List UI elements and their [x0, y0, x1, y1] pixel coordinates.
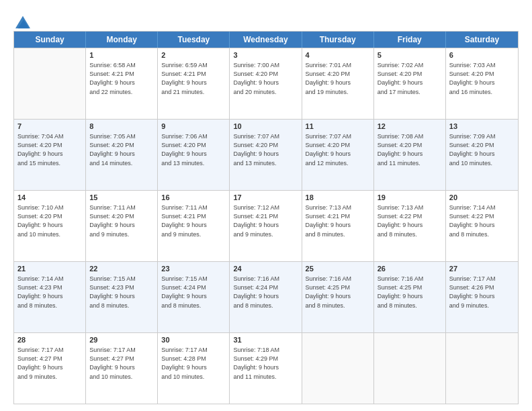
- day-number: 30: [161, 335, 226, 345]
- day-cell-13: 13Sunrise: 7:09 AM Sunset: 4:20 PM Dayli…: [446, 120, 518, 190]
- day-info: Sunrise: 7:18 AM Sunset: 4:29 PM Dayligh…: [233, 346, 298, 381]
- day-number: 31: [233, 335, 298, 345]
- day-info: Sunrise: 7:13 AM Sunset: 4:22 PM Dayligh…: [378, 203, 442, 238]
- calendar-row-1: 1Sunrise: 6:58 AM Sunset: 4:21 PM Daylig…: [14, 48, 518, 119]
- day-number: 19: [378, 193, 442, 203]
- day-cell-3: 3Sunrise: 7:00 AM Sunset: 4:20 PM Daylig…: [230, 48, 302, 119]
- day-number: 17: [233, 193, 298, 203]
- day-cell-14: 14Sunrise: 7:10 AM Sunset: 4:20 PM Dayli…: [14, 191, 86, 261]
- day-number: 2: [161, 50, 226, 60]
- day-info: Sunrise: 7:07 AM Sunset: 4:20 PM Dayligh…: [233, 132, 298, 167]
- day-info: Sunrise: 7:17 AM Sunset: 4:27 PM Dayligh…: [89, 346, 154, 381]
- day-number: 3: [233, 50, 298, 60]
- day-cell-30: 30Sunrise: 7:17 AM Sunset: 4:28 PM Dayli…: [158, 333, 230, 404]
- day-info: Sunrise: 7:06 AM Sunset: 4:20 PM Dayligh…: [161, 132, 226, 167]
- day-number: 25: [306, 264, 370, 274]
- calendar-row-2: 7Sunrise: 7:04 AM Sunset: 4:20 PM Daylig…: [14, 119, 518, 190]
- day-number: 27: [449, 264, 515, 274]
- day-info: Sunrise: 6:59 AM Sunset: 4:21 PM Dayligh…: [161, 61, 226, 96]
- page: SundayMondayTuesdayWednesdayThursdayFrid…: [0, 0, 532, 411]
- day-number: 6: [449, 50, 515, 60]
- day-info: Sunrise: 7:00 AM Sunset: 4:20 PM Dayligh…: [233, 61, 298, 96]
- day-info: Sunrise: 7:16 AM Sunset: 4:25 PM Dayligh…: [378, 275, 442, 310]
- day-number: 22: [89, 264, 154, 274]
- day-info: Sunrise: 7:03 AM Sunset: 4:20 PM Dayligh…: [449, 61, 515, 96]
- day-cell-1: 1Sunrise: 6:58 AM Sunset: 4:21 PM Daylig…: [86, 48, 158, 119]
- day-cell-12: 12Sunrise: 7:08 AM Sunset: 4:20 PM Dayli…: [374, 120, 446, 190]
- day-info: Sunrise: 7:17 AM Sunset: 4:28 PM Dayligh…: [161, 346, 226, 381]
- empty-cell: [14, 48, 86, 119]
- day-number: 10: [233, 122, 298, 132]
- day-cell-25: 25Sunrise: 7:16 AM Sunset: 4:25 PM Dayli…: [302, 262, 374, 332]
- day-cell-22: 22Sunrise: 7:15 AM Sunset: 4:23 PM Dayli…: [86, 262, 158, 332]
- day-number: 7: [17, 122, 82, 132]
- day-info: Sunrise: 7:09 AM Sunset: 4:20 PM Dayligh…: [449, 132, 515, 167]
- day-cell-23: 23Sunrise: 7:15 AM Sunset: 4:24 PM Dayli…: [158, 262, 230, 332]
- day-info: Sunrise: 7:16 AM Sunset: 4:24 PM Dayligh…: [233, 275, 298, 310]
- header-day-tuesday: Tuesday: [158, 32, 230, 48]
- day-info: Sunrise: 7:15 AM Sunset: 4:23 PM Dayligh…: [89, 275, 154, 310]
- day-info: Sunrise: 7:13 AM Sunset: 4:21 PM Dayligh…: [306, 203, 370, 238]
- day-number: 21: [17, 264, 82, 274]
- header-day-sunday: Sunday: [14, 32, 86, 48]
- day-number: 23: [161, 264, 226, 274]
- day-info: Sunrise: 7:01 AM Sunset: 4:20 PM Dayligh…: [306, 61, 370, 96]
- day-info: Sunrise: 7:05 AM Sunset: 4:20 PM Dayligh…: [89, 132, 154, 167]
- day-number: 8: [89, 122, 154, 132]
- calendar-row-3: 14Sunrise: 7:10 AM Sunset: 4:20 PM Dayli…: [14, 190, 518, 261]
- day-info: Sunrise: 7:07 AM Sunset: 4:20 PM Dayligh…: [306, 132, 370, 167]
- day-cell-19: 19Sunrise: 7:13 AM Sunset: 4:22 PM Dayli…: [374, 191, 446, 261]
- day-number: 1: [89, 50, 154, 60]
- day-cell-28: 28Sunrise: 7:17 AM Sunset: 4:27 PM Dayli…: [14, 333, 86, 404]
- day-cell-6: 6Sunrise: 7:03 AM Sunset: 4:20 PM Daylig…: [446, 48, 518, 119]
- header: [13, 12, 519, 27]
- day-info: Sunrise: 7:11 AM Sunset: 4:21 PM Dayligh…: [161, 203, 226, 238]
- day-info: Sunrise: 7:16 AM Sunset: 4:25 PM Dayligh…: [306, 275, 370, 310]
- day-number: 18: [306, 193, 370, 203]
- day-number: 26: [378, 264, 442, 274]
- day-cell-7: 7Sunrise: 7:04 AM Sunset: 4:20 PM Daylig…: [14, 120, 86, 190]
- day-cell-2: 2Sunrise: 6:59 AM Sunset: 4:21 PM Daylig…: [158, 48, 230, 119]
- day-cell-26: 26Sunrise: 7:16 AM Sunset: 4:25 PM Dayli…: [374, 262, 446, 332]
- day-number: 29: [89, 335, 154, 345]
- day-number: 24: [233, 264, 298, 274]
- day-number: 14: [17, 193, 82, 203]
- day-number: 15: [89, 193, 154, 203]
- day-number: 4: [306, 50, 370, 60]
- empty-cell: [446, 333, 518, 404]
- header-day-saturday: Saturday: [446, 32, 518, 48]
- day-info: Sunrise: 6:58 AM Sunset: 4:21 PM Dayligh…: [89, 61, 154, 96]
- day-info: Sunrise: 7:02 AM Sunset: 4:20 PM Dayligh…: [378, 61, 442, 96]
- day-cell-15: 15Sunrise: 7:11 AM Sunset: 4:20 PM Dayli…: [86, 191, 158, 261]
- calendar-body: 1Sunrise: 6:58 AM Sunset: 4:21 PM Daylig…: [14, 48, 518, 404]
- header-day-monday: Monday: [86, 32, 158, 48]
- day-cell-18: 18Sunrise: 7:13 AM Sunset: 4:21 PM Dayli…: [302, 191, 374, 261]
- day-cell-24: 24Sunrise: 7:16 AM Sunset: 4:24 PM Dayli…: [230, 262, 302, 332]
- logo-icon: [15, 15, 30, 30]
- header-day-friday: Friday: [374, 32, 446, 48]
- day-cell-20: 20Sunrise: 7:14 AM Sunset: 4:22 PM Dayli…: [446, 191, 518, 261]
- day-info: Sunrise: 7:12 AM Sunset: 4:21 PM Dayligh…: [233, 203, 298, 238]
- day-info: Sunrise: 7:04 AM Sunset: 4:20 PM Dayligh…: [17, 132, 82, 167]
- day-cell-10: 10Sunrise: 7:07 AM Sunset: 4:20 PM Dayli…: [230, 120, 302, 190]
- day-info: Sunrise: 7:14 AM Sunset: 4:22 PM Dayligh…: [449, 203, 515, 238]
- day-cell-11: 11Sunrise: 7:07 AM Sunset: 4:20 PM Dayli…: [302, 120, 374, 190]
- header-day-wednesday: Wednesday: [230, 32, 302, 48]
- day-cell-29: 29Sunrise: 7:17 AM Sunset: 4:27 PM Dayli…: [86, 333, 158, 404]
- day-cell-17: 17Sunrise: 7:12 AM Sunset: 4:21 PM Dayli…: [230, 191, 302, 261]
- header-day-thursday: Thursday: [302, 32, 374, 48]
- day-info: Sunrise: 7:14 AM Sunset: 4:23 PM Dayligh…: [17, 275, 82, 310]
- day-cell-16: 16Sunrise: 7:11 AM Sunset: 4:21 PM Dayli…: [158, 191, 230, 261]
- day-number: 13: [449, 122, 515, 132]
- calendar-row-5: 28Sunrise: 7:17 AM Sunset: 4:27 PM Dayli…: [14, 332, 518, 404]
- day-cell-27: 27Sunrise: 7:17 AM Sunset: 4:26 PM Dayli…: [446, 262, 518, 332]
- calendar-header: SundayMondayTuesdayWednesdayThursdayFrid…: [14, 32, 518, 48]
- day-info: Sunrise: 7:10 AM Sunset: 4:20 PM Dayligh…: [17, 203, 82, 238]
- day-number: 12: [378, 122, 442, 132]
- calendar-row-4: 21Sunrise: 7:14 AM Sunset: 4:23 PM Dayli…: [14, 261, 518, 332]
- day-info: Sunrise: 7:08 AM Sunset: 4:20 PM Dayligh…: [378, 132, 442, 167]
- day-cell-4: 4Sunrise: 7:01 AM Sunset: 4:20 PM Daylig…: [302, 48, 374, 119]
- day-cell-8: 8Sunrise: 7:05 AM Sunset: 4:20 PM Daylig…: [86, 120, 158, 190]
- day-info: Sunrise: 7:11 AM Sunset: 4:20 PM Dayligh…: [89, 203, 154, 238]
- day-cell-31: 31Sunrise: 7:18 AM Sunset: 4:29 PM Dayli…: [230, 333, 302, 404]
